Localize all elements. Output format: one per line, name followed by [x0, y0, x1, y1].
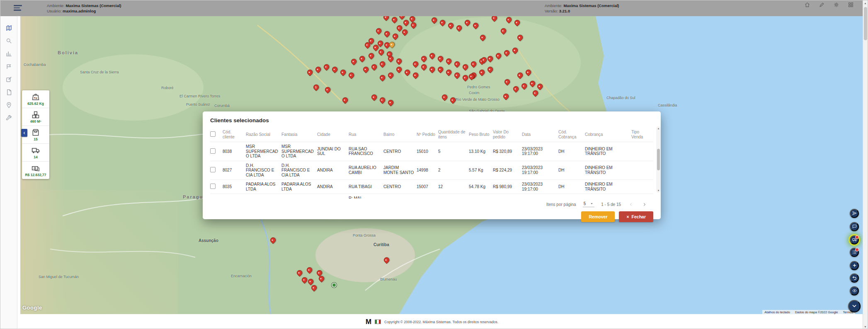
collapse-button[interactable]: [848, 300, 861, 312]
column-header: Cidade: [317, 130, 349, 140]
cell-cidade: ANDIRA: [317, 166, 349, 175]
scrollbar-up-icon[interactable]: ▲: [864, 2, 866, 5]
stat-value: R$ 12.632,77: [25, 173, 46, 177]
search-icon: [6, 38, 12, 46]
remove-button[interactable]: Remover: [581, 211, 615, 222]
cell-pedido: 15010: [417, 147, 438, 156]
sidebar-item-routes[interactable]: [0, 62, 17, 73]
row-checkbox[interactable]: [210, 184, 216, 189]
sidebar-item-tools[interactable]: [0, 114, 17, 124]
pagination: Itens por página 5 1 - 5 de 15: [210, 201, 653, 208]
column-header: Valor Do pedido: [493, 127, 522, 142]
home-icon[interactable]: [805, 2, 810, 7]
environment-info-left: Ambiente: Maxima Sistemas (Comercial) Us…: [47, 3, 121, 14]
app-window: BoliviaCochabambaSanta Cruz de la Sierra…: [0, 0, 868, 329]
cell-pedido: 14998: [417, 166, 438, 175]
map-data-label: Dados do mapa ©2022 Google: [795, 310, 838, 314]
share-button[interactable]: [850, 209, 859, 218]
select-all-checkbox[interactable]: [210, 131, 216, 137]
reports-icon: [6, 51, 12, 58]
notification-badge: [855, 235, 859, 239]
cell-peso: 54.78 Kg: [469, 182, 493, 191]
row-checkbox[interactable]: [210, 167, 216, 172]
cell-peso: 13.10 Kg: [469, 147, 493, 156]
column-header: Cobrança: [585, 130, 631, 140]
scroll-up-icon[interactable]: ▲: [657, 127, 660, 130]
items-per-page-select[interactable]: 5: [583, 201, 595, 207]
column-header: Cód. cliente: [223, 127, 246, 142]
column-header: Cód. Cobrança: [558, 127, 585, 142]
table-scrollbar[interactable]: ▲ ▼: [656, 126, 661, 193]
row-checkbox[interactable]: [210, 148, 216, 154]
chat-button[interactable]: [850, 222, 859, 231]
copyright-text: Copyright © 2008-2022. Máxima Sistemas. …: [384, 320, 498, 324]
cell-razao: MSR SUPERMERCADO LTDA: [246, 142, 281, 161]
cell-data: 23/03/2023 19:17:00: [522, 196, 558, 198]
cell-cobranca: DINHEIRO EM TRÂNSITO: [585, 145, 631, 158]
google-maps-logo: Google: [22, 305, 42, 311]
sidebar-item-markers[interactable]: [0, 101, 17, 111]
scroll-down-icon[interactable]: ▼: [657, 189, 660, 192]
table-row[interactable]: 8027D.H. FRANCISCO E CIA LTDAD.H. FRANCI…: [210, 161, 653, 180]
undo-button[interactable]: [850, 273, 859, 283]
table-row[interactable]: 8010KOMIYA ARIOSO LTDAKOMIYA ARIOSO LTDA…: [210, 194, 653, 198]
cell-razao: KOMIYA ARIOSO LTDA: [246, 196, 281, 198]
cell-cod_cobranca: DH: [558, 147, 585, 156]
next-page-button[interactable]: [641, 201, 647, 208]
notification-badge: [855, 248, 859, 252]
undo-icon: [852, 275, 857, 281]
page-footer: M Copyright © 2008-2022. Máxima Sistemas…: [0, 314, 863, 329]
cell-fantasia: D.H. FRANCISCO E CIA LTDA: [281, 161, 317, 180]
selected-clients-modal: Clientes selecionados Cód. clienteRazão …: [203, 111, 661, 219]
sidebar-item-edit[interactable]: [0, 75, 17, 85]
cell-tipo: [631, 168, 653, 172]
column-header: Rua: [349, 130, 383, 140]
column-header: Bairro: [383, 130, 417, 140]
settings-icon[interactable]: [834, 2, 839, 7]
cell-peso: 5.57 Kg: [469, 166, 493, 175]
page-scrollbar[interactable]: ▲ ▼: [863, 0, 868, 329]
caret-down-icon: [590, 202, 594, 206]
sidebar-item-search[interactable]: [0, 36, 17, 47]
route-vehicle-button[interactable]: [850, 235, 859, 244]
table-header-row: Cód. clienteRazão SocialFantasiaCidadeRu…: [210, 127, 653, 142]
orders-list-button[interactable]: [850, 248, 859, 257]
visibility-button[interactable]: [850, 286, 859, 295]
close-button[interactable]: ×Fechar: [619, 211, 653, 222]
modal-title: Clientes selecionados: [210, 117, 653, 123]
flag-icon: [375, 319, 381, 324]
sidebar-item-documents[interactable]: [0, 88, 17, 98]
page-scroll-thumb[interactable]: [864, 7, 867, 40]
select-all-cell: [210, 129, 223, 140]
table-row[interactable]: 8035PADARIA ALOS LTDAPADARIA ALOS LTDAAN…: [210, 180, 653, 194]
cell-valor: R$ 320,89: [493, 147, 522, 156]
money-icon: [31, 164, 40, 172]
sidebar-item-map[interactable]: [0, 24, 17, 34]
table-scroll-thumb[interactable]: [657, 149, 660, 170]
cell-tipo: [631, 149, 653, 153]
page-range: 1 - 5 de 15: [601, 202, 621, 207]
cell-fantasia: MSR SUPERMERCADO LTDA: [281, 142, 317, 161]
table-row[interactable]: 8038MSR SUPERMERCADO LTDAMSR SUPERMERCAD…: [210, 142, 653, 161]
sidebar-item-reports[interactable]: [0, 49, 17, 60]
weight-icon: Kg: [31, 93, 40, 101]
apps-icon[interactable]: [848, 2, 853, 7]
stats-collapse-button[interactable]: [21, 129, 27, 137]
cell-bairro: JARDIM MONTE SANTO: [383, 163, 417, 177]
cell-razao: PADARIA ALOS LTDA: [246, 180, 281, 194]
scrollbar-down-icon[interactable]: ▼: [864, 325, 866, 328]
documents-icon: [6, 89, 12, 97]
cell-bairro: CENTRO: [383, 182, 417, 191]
stat-value: 625.62 Kg: [27, 102, 44, 106]
add-button[interactable]: [850, 261, 859, 270]
close-x-icon: ×: [626, 214, 629, 219]
send-icon: [852, 210, 857, 217]
environment-info-right: Ambiente: Maxima Sistemas (Comercial) Ve…: [545, 3, 619, 14]
edit-icon[interactable]: [819, 2, 824, 7]
keyboard-shortcuts-link[interactable]: Atalhos do teclado: [764, 310, 790, 314]
prev-page-button[interactable]: [628, 201, 634, 208]
menu-icon[interactable]: [14, 5, 22, 12]
chevron-down-icon: [851, 303, 857, 310]
column-header: Razão Social: [246, 130, 281, 140]
column-header: Data: [522, 130, 558, 140]
